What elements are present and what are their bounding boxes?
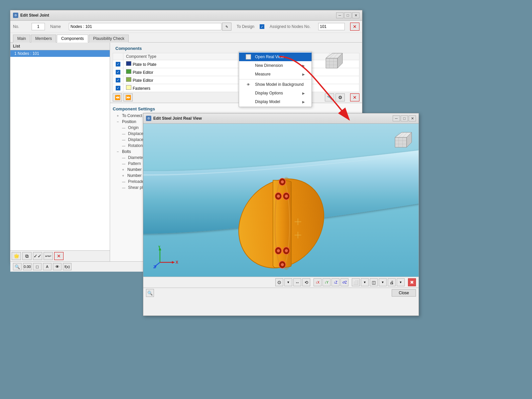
eye-btn[interactable]: 👁 (53, 263, 62, 270)
menu-show-model-label: Show Model in Background (255, 82, 304, 87)
menu-display-model-label: Display Model (255, 99, 280, 104)
svg-marker-46 (172, 261, 175, 264)
rv-btn-rotz[interactable]: ↺Z (340, 278, 348, 286)
menu-new-dimension[interactable]: New Dimension ▶ (239, 61, 312, 70)
rv-btn-realview[interactable]: ⊙ (275, 278, 283, 286)
tab-plausibility[interactable]: Plausibility Check (89, 35, 129, 43)
menu-measure[interactable]: Measure ▶ (239, 70, 312, 78)
measure-arrow-icon: ▶ (302, 72, 305, 76)
comp-fwd-btn[interactable]: ⏩ (123, 93, 133, 101)
settings-title: Component Settings (113, 105, 359, 113)
realview-title-bar: ⚙ Edit Steel Joint Real View ─ □ ✕ (143, 113, 419, 124)
row1-checkbox[interactable] (116, 62, 120, 66)
realview-cube-nav[interactable] (390, 129, 413, 152)
list-panel: List 1 Nodes : 101 🌟 ⧉ ✓✓ ↩↩ ✕ (10, 43, 110, 261)
clear-assigned-button[interactable]: ✕ (350, 23, 359, 31)
name-label: Name (50, 24, 64, 29)
comp-config-btn[interactable]: ⚙ (335, 93, 345, 101)
rv-search-btn[interactable]: 🔍 (146, 289, 154, 297)
row2-checkbox[interactable] (116, 70, 120, 74)
menu-display-options[interactable]: Display Options ▶ (239, 89, 312, 97)
svg-text:⊕: ⊕ (285, 194, 288, 199)
edit-name-button[interactable]: ✎ (222, 23, 231, 31)
maximize-button[interactable]: □ (344, 12, 351, 18)
name-input[interactable] (69, 23, 221, 30)
svg-text:⊕: ⊕ (285, 248, 288, 253)
tab-main[interactable]: Main (13, 35, 30, 43)
display-options-icon (246, 90, 251, 96)
close-realview-button[interactable]: Close (392, 289, 416, 297)
rv-minimize-button[interactable]: ─ (393, 115, 400, 121)
comp-delete-btn[interactable]: ✕ (350, 93, 359, 101)
delete-button[interactable]: ✕ (54, 252, 64, 260)
rv-btn-print[interactable]: 🖨 (388, 278, 396, 286)
check-button[interactable]: ✓✓ (33, 252, 42, 260)
realview-toolbar: ⊙ ▼ ↔ ⟲ ↕X ↕Y ↕Z ↺Z ⬜ ▼ ◫ ▼ 🖨 ▼ ✖ (143, 277, 419, 288)
minimize-button[interactable]: ─ (336, 12, 343, 18)
zero-btn[interactable]: 0.00 (23, 263, 32, 270)
main-title-bar: ⚙ Edit Steel Joint ─ □ ✕ (10, 10, 362, 21)
func-btn[interactable]: f(x) (63, 263, 71, 270)
close-button[interactable]: ✕ (352, 12, 359, 18)
main-cube-nav[interactable] (321, 50, 344, 73)
menu-show-model[interactable]: 👁 Show Model in Background (239, 80, 312, 89)
realview-window: ⚙ Edit Steel Joint Real View ─ □ ✕ (143, 113, 419, 316)
rv-btn-zaxis[interactable]: ↕Z (332, 278, 339, 286)
menu-display-model[interactable]: Display Model ▶ (239, 97, 312, 106)
rv-btn-dropdown1[interactable]: ▼ (284, 278, 292, 286)
svg-text:Z: Z (153, 265, 156, 269)
reset-button[interactable]: ↩↩ (44, 252, 53, 260)
table-row[interactable]: Fasteners Fasteners 1 (113, 84, 359, 92)
list-item[interactable]: 1 Nodes : 101 (10, 50, 110, 57)
3d-model-svg: ⊕ ⊕ ⊕ ⊕ ⊕ ⊕ (143, 124, 419, 277)
rv-btn-clip[interactable]: ◫ (370, 278, 378, 286)
table-row[interactable]: Plate Editor Plate Editor 2 (113, 76, 359, 84)
realview-window-title: Edit Steel Joint Real View (153, 116, 391, 121)
component-toolbar: ⏪ ⏩ 🔧 ⚙ ✕ (113, 93, 359, 101)
dimension-menu-icon (246, 63, 251, 68)
menu-open-real-view[interactable]: ⊙ Open Real View (239, 53, 312, 61)
rv-btn-dropdown3[interactable]: ▼ (379, 278, 387, 286)
row3-checkbox[interactable] (116, 78, 120, 82)
view-btn[interactable]: □ (33, 263, 42, 270)
text-btn[interactable]: A (43, 263, 52, 270)
realview-app-icon: ⚙ (146, 116, 151, 121)
rv-btn-dropdown4[interactable]: ▼ (397, 278, 405, 286)
row3-type: Plate Editor (133, 78, 153, 83)
rv-close-button[interactable]: ✕ (409, 115, 416, 121)
rv-btn-rotate[interactable]: ⟲ (302, 278, 310, 286)
rv-maximize-button[interactable]: □ (401, 115, 408, 121)
rv-btn-yaxis[interactable]: ↕Y (323, 278, 331, 286)
copy-button[interactable]: ⧉ (22, 252, 32, 260)
main-window-title: Edit Steel Joint (20, 13, 334, 18)
real-view-menu-icon: ⊙ (246, 54, 251, 60)
rv-btn-view1[interactable]: ⬜ (352, 278, 360, 286)
menu-display-options-label: Display Options (255, 91, 283, 95)
row3-color (126, 77, 131, 82)
menu-new-dimension-label: New Dimension (255, 63, 283, 68)
rv-btn-move[interactable]: ↔ (293, 278, 301, 286)
add-item-button[interactable]: 🌟 (12, 252, 21, 260)
row2-type: Plate Editor (133, 70, 153, 75)
rv-btn-xaxis[interactable]: ↕X (314, 278, 322, 286)
comp-back-btn[interactable]: ⏪ (113, 93, 122, 101)
row4-checkbox[interactable] (116, 86, 120, 90)
rv-btn-cancel[interactable]: ✖ (408, 278, 416, 286)
to-design-checkbox[interactable] (260, 24, 264, 29)
no-input[interactable] (32, 23, 45, 30)
row1-color (126, 61, 131, 66)
display-model-arrow-icon: ▶ (302, 100, 305, 104)
sidebar-footer: 🌟 ⧉ ✓✓ ↩↩ ✕ (10, 250, 110, 261)
menu-open-real-view-label: Open Real View (255, 55, 284, 59)
comp-edit-btn[interactable]: 🔧 (325, 93, 334, 101)
svg-marker-32 (395, 137, 407, 147)
tab-components[interactable]: Components (57, 35, 88, 43)
search-bottom-btn[interactable]: 🔍 (13, 263, 22, 270)
viewport-area[interactable]: ⊕ ⊕ ⊕ ⊕ ⊕ ⊕ (143, 124, 419, 277)
rv-btn-dropdown2[interactable]: ▼ (361, 278, 369, 286)
display-model-icon (246, 99, 251, 104)
row2-color (126, 69, 131, 74)
assigned-input[interactable] (318, 23, 345, 30)
to-design-label: To Design (237, 24, 254, 29)
tab-members[interactable]: Members (31, 35, 56, 43)
